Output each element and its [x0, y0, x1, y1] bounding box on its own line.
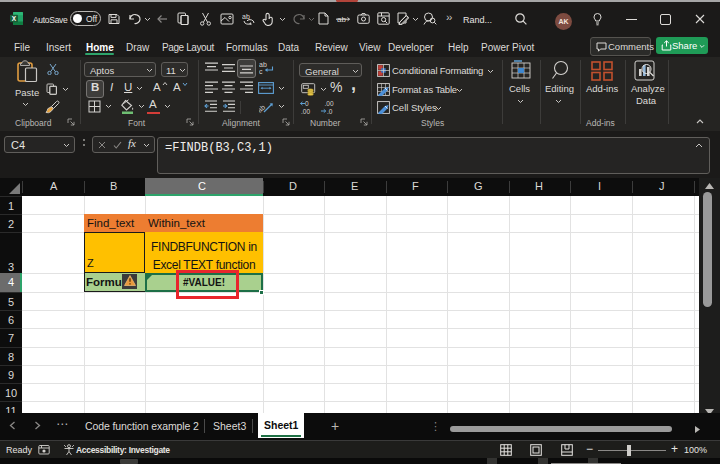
svg-text:ab: ab — [242, 13, 250, 20]
svg-text:X: X — [12, 15, 17, 22]
svg-text:.00: .00 — [325, 100, 334, 107]
svg-text:c: c — [259, 68, 263, 75]
svg-text:ab: ab — [259, 61, 267, 68]
svg-text:.0: .0 — [327, 108, 333, 115]
svg-text:.00: .00 — [301, 108, 310, 115]
svg-text:ab: ab — [259, 103, 266, 113]
svg-text:0: 0 — [305, 100, 309, 107]
